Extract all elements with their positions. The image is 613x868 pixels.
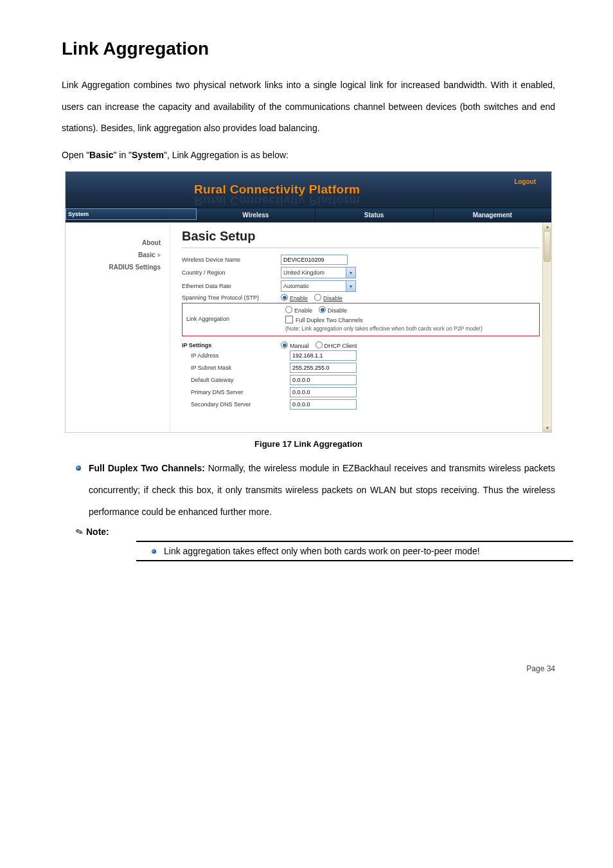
- stp-enable-label: Enable: [290, 295, 308, 302]
- chevron-down-icon: ▾: [346, 267, 355, 278]
- label-subnet-mask: IP Subnet Mask: [191, 365, 287, 371]
- radio-la-enable[interactable]: [285, 306, 292, 313]
- bullet-icon: [152, 549, 156, 554]
- select-eth-rate[interactable]: Automatic ▾: [281, 280, 356, 292]
- content-row: About Basic » RADIUS Settings Basic Setu…: [66, 222, 551, 432]
- label-link-aggregation: Link Aggregation: [186, 316, 283, 322]
- input-primary-dns[interactable]: [290, 387, 357, 397]
- figure-caption: Figure 17 Link Aggregation: [62, 439, 555, 449]
- radio-ip-manual[interactable]: [281, 341, 288, 348]
- checkbox-full-duplex[interactable]: [285, 316, 293, 323]
- sidebar-item-about[interactable]: About: [66, 237, 170, 249]
- para2-post: ", Link Aggregation is as below:: [164, 150, 289, 160]
- stp-disable-label: Disable: [323, 295, 342, 302]
- tab-system[interactable]: System: [66, 208, 197, 220]
- para2-mid: " in ": [113, 150, 132, 160]
- input-device-name[interactable]: [281, 255, 348, 265]
- select-country[interactable]: United Kingdom ▾: [281, 267, 356, 278]
- label-stp: Spanning Tree Protocol (STP): [182, 294, 278, 301]
- stp-radios: Enable Disable: [281, 294, 540, 302]
- brand-reflection: Rural Connectivity Platform: [194, 194, 360, 208]
- para2-basic: Basic: [89, 150, 113, 160]
- note-bullet: Link aggregation takes effect only when …: [152, 546, 555, 556]
- router-window: Rural Connectivity Platform Rural Connec…: [65, 171, 552, 433]
- ip-settings-heading: IP Settings: [182, 342, 278, 348]
- panel-title: Basic Setup: [182, 229, 540, 244]
- logout-link[interactable]: Logout: [514, 178, 536, 185]
- bullet-full-duplex: Full Duplex Two Channels: Normally, the …: [76, 458, 555, 523]
- divider: [182, 248, 540, 248]
- input-ip-address[interactable]: [290, 350, 357, 361]
- radio-stp-enable[interactable]: [281, 294, 288, 301]
- note-bottom-rule: [136, 560, 573, 561]
- ip-dhcp-label: DHCP Client: [324, 343, 357, 349]
- sidebar-item-radius[interactable]: RADIUS Settings: [66, 261, 170, 273]
- top-form-grid: Wireless Device Name Country / Region Un…: [182, 255, 540, 302]
- note-top-rule: [136, 541, 573, 542]
- label-gateway: Default Gateway: [191, 377, 287, 383]
- tab-status[interactable]: Status: [315, 208, 434, 222]
- full-duplex-label: Full Duplex Two Channels: [296, 317, 362, 323]
- ip-form-grid: IP Address IP Subnet Mask Default Gatewa…: [191, 350, 540, 410]
- figure-screenshot: Rural Connectivity Platform Rural Connec…: [62, 171, 555, 433]
- para2-system: System: [132, 150, 164, 160]
- la-enable-label: Enable: [294, 307, 312, 314]
- input-subnet-mask[interactable]: [290, 363, 357, 373]
- radio-la-disable[interactable]: [319, 306, 326, 313]
- input-gateway[interactable]: [290, 375, 357, 385]
- label-secondary-dns: Secondary DNS Server: [191, 401, 287, 408]
- scroll-up-icon[interactable]: ▴: [543, 222, 551, 231]
- paragraph-1: Link Aggregation combines two physical n…: [62, 75, 555, 140]
- ip-manual-label: Manual: [290, 343, 309, 349]
- main-panel: Basic Setup Wireless Device Name Country…: [170, 222, 551, 432]
- note-label: Note:: [86, 527, 109, 537]
- bullet-strong: Full Duplex Two Channels:: [89, 463, 205, 473]
- label-device-name: Wireless Device Name: [182, 257, 278, 263]
- la-controls: Enable Disable Full Duplex Two Channels …: [285, 306, 535, 332]
- select-country-value: United Kingdom: [283, 269, 324, 276]
- page-title: Link Aggregation: [62, 39, 555, 59]
- note-line: ✎ Note:: [76, 527, 555, 537]
- la-disable-label: Disable: [328, 307, 347, 314]
- label-primary-dns: Primary DNS Server: [191, 389, 287, 395]
- bullet-icon: [76, 466, 81, 471]
- paragraph-2: Open "Basic" in "System", Link Aggregati…: [62, 145, 555, 167]
- para2-pre: Open ": [62, 150, 89, 160]
- radio-stp-disable[interactable]: [314, 294, 321, 301]
- label-ip-address: IP Address: [191, 352, 287, 359]
- tab-management[interactable]: Management: [434, 208, 551, 222]
- scrollbar[interactable]: ▴ ▾: [542, 222, 551, 432]
- label-country: Country / Region: [182, 269, 278, 276]
- input-secondary-dns[interactable]: [290, 399, 357, 410]
- page-number: Page 34: [62, 664, 555, 673]
- pencil-icon: ✎: [75, 526, 85, 538]
- la-note: (Note: Link aggregation only takes effec…: [285, 325, 535, 332]
- chevron-right-icon: »: [157, 251, 161, 258]
- chevron-down-icon: ▾: [346, 281, 355, 291]
- sidebar-basic-label: Basic: [138, 251, 155, 258]
- scroll-thumb[interactable]: [544, 231, 551, 262]
- la-grid: Link Aggregation Enable Disable Full Dup…: [186, 306, 535, 332]
- note-bullet-text: Link aggregation takes effect only when …: [164, 546, 480, 556]
- link-aggregation-highlight: Link Aggregation Enable Disable Full Dup…: [182, 303, 540, 336]
- sidebar-item-basic[interactable]: Basic »: [66, 249, 170, 261]
- label-eth-rate: Ethernet Data Rate: [182, 283, 278, 289]
- tab-wireless[interactable]: Wireless: [197, 208, 315, 222]
- scroll-down-icon[interactable]: ▾: [543, 424, 551, 432]
- bullet-text: Full Duplex Two Channels: Normally, the …: [89, 458, 555, 523]
- ip-mode-radios: Manual DHCP Client: [281, 341, 540, 349]
- tab-bar: System Wireless Status Management: [66, 208, 551, 222]
- radio-ip-dhcp[interactable]: [315, 341, 323, 348]
- sidebar: About Basic » RADIUS Settings: [66, 222, 170, 432]
- select-eth-value: Automatic: [283, 283, 309, 289]
- router-header: Rural Connectivity Platform Rural Connec…: [66, 172, 551, 208]
